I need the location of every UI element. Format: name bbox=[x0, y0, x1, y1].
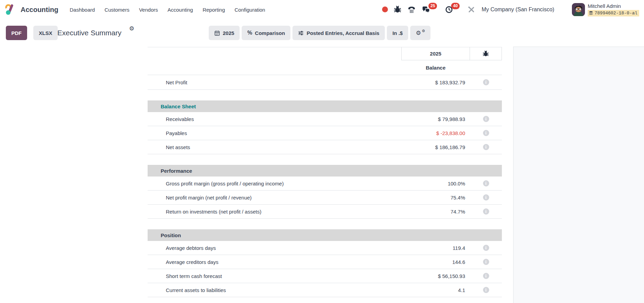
cogs-small-icon: ⚙ bbox=[422, 29, 425, 33]
row-value: $ 56,150.93 bbox=[401, 273, 470, 279]
company-switcher[interactable]: My Company (San Francisco) bbox=[482, 0, 554, 19]
table-row-average-debtors-days[interactable]: Average debtors days 119.4 i bbox=[148, 241, 502, 255]
row-label: Net profit margin (net profit / revenue) bbox=[148, 195, 401, 201]
row-value: 74.7% bbox=[401, 209, 470, 215]
nav-item-reporting[interactable]: Reporting bbox=[203, 7, 225, 13]
debug-column-header[interactable] bbox=[470, 47, 502, 60]
table-row-return-on-investments[interactable]: Return on investments (net profit / asse… bbox=[148, 205, 502, 219]
section-spacer bbox=[148, 219, 502, 229]
info-icon[interactable]: i bbox=[483, 245, 489, 251]
database-icon bbox=[589, 11, 593, 15]
report-settings-gear-icon[interactable]: ⚙ bbox=[129, 26, 134, 40]
column-header-2025[interactable]: 2025 bbox=[401, 47, 470, 60]
row-label: Current assets to liabilities bbox=[148, 287, 401, 293]
currency-filter-label: In .$ bbox=[392, 30, 403, 36]
row-label: Short term cash forecast bbox=[148, 273, 401, 279]
section-header-balance-sheet[interactable]: Balance Sheet bbox=[148, 100, 502, 112]
content-background bbox=[513, 47, 644, 303]
table-row-net-assets[interactable]: Net assets $ 186,186.79 i bbox=[148, 140, 502, 154]
database-name: 78994602-18-0-al bbox=[595, 11, 637, 16]
tools-icon[interactable] bbox=[467, 5, 475, 14]
page-title: Executive Summary bbox=[57, 26, 122, 40]
table-header-row: 2025 bbox=[148, 47, 502, 60]
balance-column-header: Balance bbox=[401, 65, 470, 71]
table-row-gross-profit-margin[interactable]: Gross profit margin (gross profit / oper… bbox=[148, 177, 502, 191]
info-icon[interactable]: i bbox=[483, 273, 489, 279]
comparison-filter-label: Comparison bbox=[255, 30, 285, 36]
row-value: 75.4% bbox=[401, 195, 470, 201]
row-value: 4.1 bbox=[401, 287, 470, 293]
export-xlsx-button[interactable]: XLSX bbox=[33, 26, 58, 40]
table-row-short-term-cash-forecast[interactable]: Short term cash forecast $ 56,150.93 i bbox=[148, 269, 502, 283]
info-icon[interactable]: i bbox=[483, 208, 489, 215]
info-icon[interactable]: i bbox=[483, 194, 489, 201]
nav-item-customers[interactable]: Customers bbox=[104, 7, 129, 13]
bug-icon[interactable] bbox=[393, 5, 402, 14]
comparison-filter-button[interactable]: % Comparison bbox=[242, 26, 290, 40]
row-value-negative: $ -23,838.00 bbox=[401, 130, 470, 136]
info-icon[interactable]: i bbox=[483, 287, 489, 293]
app-window: Accounting Dashboard Customers Vendors A… bbox=[0, 0, 644, 303]
period-filter-button[interactable]: 2025 bbox=[209, 26, 240, 40]
info-icon[interactable]: i bbox=[483, 180, 489, 186]
nav-item-dashboard[interactable]: Dashboard bbox=[70, 7, 95, 13]
row-label: Return on investments (net profit / asse… bbox=[148, 209, 401, 215]
user-name: Mitchell Admin bbox=[588, 3, 639, 9]
info-icon[interactable]: i bbox=[483, 130, 489, 136]
row-label: Payables bbox=[148, 130, 401, 136]
row-label: Gross profit margin (gross profit / oper… bbox=[148, 181, 401, 186]
recording-indicator-icon[interactable] bbox=[382, 7, 388, 12]
nav-item-configuration[interactable]: Configuration bbox=[234, 7, 265, 13]
messages-count-badge[interactable]: 25 bbox=[428, 3, 437, 9]
row-label: Net Profit bbox=[148, 80, 401, 85]
currency-filter-button[interactable]: In .$ bbox=[387, 26, 408, 40]
section-header-performance[interactable]: Performance bbox=[148, 165, 502, 177]
info-icon[interactable]: i bbox=[483, 116, 489, 122]
table-row-average-creditors-days[interactable]: Average creditors days 144.6 i bbox=[148, 255, 502, 269]
table-row-net-profit[interactable]: Net Profit $ 183,932.79 i bbox=[148, 75, 502, 90]
extra-options-button[interactable]: ⚙⚙ bbox=[410, 26, 430, 40]
row-value: $ 79,988.93 bbox=[401, 116, 470, 122]
info-icon[interactable]: i bbox=[483, 79, 489, 85]
info-icon[interactable]: i bbox=[483, 144, 489, 150]
section-header-position[interactable]: Position bbox=[148, 229, 502, 241]
section-spacer bbox=[148, 90, 502, 100]
percent-icon: % bbox=[247, 30, 252, 36]
table-row-receivables[interactable]: Receivables $ 79,988.93 i bbox=[148, 112, 502, 126]
export-pdf-button[interactable]: PDF bbox=[6, 26, 27, 40]
main-menu: Dashboard Customers Vendors Accounting R… bbox=[70, 0, 265, 19]
row-value: 100.0% bbox=[401, 181, 470, 186]
activities-count-badge[interactable]: 40 bbox=[451, 3, 460, 9]
row-label: Average debtors days bbox=[148, 245, 401, 251]
executive-summary-table: 2025 Balance Net Profit $ 183,932.79 i B… bbox=[148, 47, 502, 297]
top-navbar: Accounting Dashboard Customers Vendors A… bbox=[0, 0, 644, 19]
header-spacer bbox=[148, 47, 401, 60]
section-spacer bbox=[148, 154, 502, 165]
row-value: 119.4 bbox=[401, 245, 470, 251]
subheader-row: Balance bbox=[148, 60, 502, 75]
period-filter-label: 2025 bbox=[223, 30, 234, 36]
database-indicator: 78994602-18-0-al bbox=[588, 10, 639, 16]
odoo-logo-icon[interactable] bbox=[5, 4, 16, 15]
nav-item-accounting[interactable]: Accounting bbox=[168, 7, 193, 13]
filter-bar: 2025 % Comparison Posted Entries, Accrua… bbox=[209, 26, 430, 40]
row-value: 144.6 bbox=[401, 259, 470, 265]
nav-item-vendors[interactable]: Vendors bbox=[139, 7, 158, 13]
app-name[interactable]: Accounting bbox=[21, 0, 58, 19]
row-label: Average creditors days bbox=[148, 259, 401, 265]
row-value: $ 183,932.79 bbox=[401, 80, 470, 85]
row-label: Net assets bbox=[148, 144, 401, 150]
user-avatar[interactable] bbox=[572, 3, 585, 16]
calendar-icon bbox=[214, 30, 220, 36]
control-panel: PDF XLSX Executive Summary ⚙ 2025 % Comp… bbox=[0, 19, 644, 47]
phone-icon[interactable] bbox=[407, 5, 416, 14]
sliders-icon bbox=[298, 30, 304, 36]
table-row-payables[interactable]: Payables $ -23,838.00 i bbox=[148, 126, 502, 140]
user-menu[interactable]: Mitchell Admin 78994602-18-0-al bbox=[588, 3, 639, 16]
options-filter-button[interactable]: Posted Entries, Accrual Basis bbox=[292, 26, 385, 40]
row-label: Receivables bbox=[148, 116, 401, 122]
info-icon[interactable]: i bbox=[483, 259, 489, 265]
bug-icon bbox=[482, 50, 489, 57]
table-row-current-assets-to-liabilities[interactable]: Current assets to liabilities 4.1 i bbox=[148, 283, 502, 297]
table-row-net-profit-margin[interactable]: Net profit margin (net profit / revenue)… bbox=[148, 191, 502, 205]
